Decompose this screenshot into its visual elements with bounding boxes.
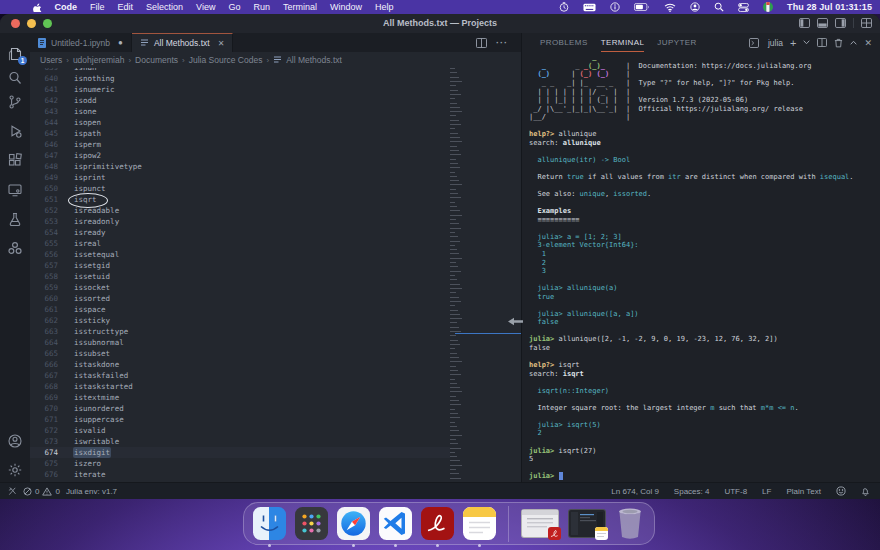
terminal-shell-label[interactable]: julia [768, 38, 783, 48]
toggle-panel-icon[interactable] [817, 18, 828, 28]
menu-run[interactable]: Run [247, 2, 277, 12]
input-flag-icon[interactable] [763, 2, 773, 12]
menu-window[interactable]: Window [323, 2, 368, 12]
code-line-673[interactable]: 673iswritable [30, 436, 450, 447]
code-line-644[interactable]: 644isopen [30, 117, 450, 128]
code-line-657[interactable]: 657issetgid [30, 260, 450, 271]
maximize-panel-icon[interactable] [850, 40, 857, 45]
breadcrumb-item[interactable]: Julia Source Codes [189, 55, 263, 65]
status-eol[interactable]: LF [762, 487, 771, 496]
breadcrumb-item[interactable]: Users [40, 55, 62, 65]
status-indentation[interactable]: Spaces: 4 [674, 487, 710, 496]
code-line-654[interactable]: 654isready [30, 227, 450, 238]
minimized-pdf-window[interactable] [521, 509, 559, 538]
code-line-671[interactable]: 671isuppercase [30, 414, 450, 425]
more-actions-icon[interactable]: ··· [496, 38, 508, 48]
code-line-660[interactable]: 660issorted [30, 293, 450, 304]
code-line-643[interactable]: 643isone [30, 106, 450, 117]
toggle-secondary-sidebar-icon[interactable] [835, 18, 846, 28]
code-line-674[interactable]: 674isxdigit [30, 447, 450, 458]
menu-selection[interactable]: Selection [140, 2, 190, 12]
split-editor-icon[interactable] [476, 38, 487, 48]
code-line-661[interactable]: 661isspace [30, 304, 450, 315]
title-bar[interactable]: All Methods.txt — Projects [0, 14, 880, 34]
code-line-670[interactable]: 670isunordered [30, 403, 450, 414]
code-line-648[interactable]: 648isprimitivetype [30, 161, 450, 172]
minimized-code-window[interactable] [568, 509, 606, 538]
status-language-mode[interactable]: Plain Text [786, 487, 821, 496]
dock-launchpad-icon[interactable] [295, 507, 328, 540]
control-center-icon[interactable] [738, 3, 749, 12]
code-line-645[interactable]: 645ispath [30, 128, 450, 139]
feedback-icon[interactable] [836, 486, 846, 496]
code-line-646[interactable]: 646isperm [30, 139, 450, 150]
panel-tab-problems[interactable]: PROBLEMS [540, 33, 588, 52]
code-line-672[interactable]: 672isvalid [30, 425, 450, 436]
testing-icon[interactable] [7, 211, 23, 227]
run-debug-icon[interactable] [7, 123, 23, 139]
status-encoding[interactable]: UTF-8 [724, 487, 747, 496]
code-line-640[interactable]: 640isnothing [30, 73, 450, 84]
apple-menu-icon[interactable] [33, 2, 42, 12]
search-icon[interactable] [7, 70, 23, 86]
code-line-653[interactable]: 653isreadonly [30, 216, 450, 227]
clock-icon[interactable] [559, 2, 569, 12]
code-line-663[interactable]: 663isstructtype [30, 326, 450, 337]
menu-app-name[interactable]: Code [48, 2, 84, 12]
info-icon[interactable] [610, 2, 620, 12]
collapse-panel-arrow-icon[interactable] [508, 317, 523, 326]
menu-edit[interactable]: Edit [111, 2, 140, 12]
code-line-650[interactable]: 650ispunct [30, 183, 450, 194]
user-icon[interactable] [690, 2, 700, 12]
breadcrumb-item[interactable]: Documents [135, 55, 178, 65]
editor-pane[interactable]: Users›udohjeremiah›Documents›Julia Sourc… [30, 52, 521, 483]
code-line-656[interactable]: 656issetequal [30, 249, 450, 260]
menu-go[interactable]: Go [222, 2, 247, 12]
keyboard-icon[interactable] [583, 3, 596, 12]
source-control-icon[interactable] [7, 94, 23, 110]
dock-trash-icon[interactable] [615, 507, 645, 540]
dock-safari-icon[interactable] [337, 507, 370, 540]
dock-finder-icon[interactable] [253, 507, 286, 540]
code-line-668[interactable]: 668istaskstarted [30, 381, 450, 392]
kill-terminal-icon[interactable] [834, 38, 843, 48]
code-line-655[interactable]: 655isreal [30, 238, 450, 249]
code-line-664[interactable]: 664issubnormal [30, 337, 450, 348]
dock-vscode-icon[interactable] [379, 507, 412, 540]
terminal-output[interactable]: _ _ _ _(_)_ | Documentation: https://doc… [529, 53, 878, 483]
battery-icon[interactable] [634, 3, 650, 11]
account-icon[interactable] [7, 433, 23, 449]
status-cursor-position[interactable]: Ln 674, Col 9 [611, 487, 659, 496]
julia-icon[interactable] [7, 240, 23, 256]
code-line-659[interactable]: 659issocket [30, 282, 450, 293]
code-line-662[interactable]: 662issticky [30, 315, 450, 326]
code-line-676[interactable]: 676iterate [30, 469, 450, 480]
code-line-658[interactable]: 658issetuid [30, 271, 450, 282]
terminal-dropdown-icon[interactable] [803, 40, 810, 45]
remote-explorer-icon[interactable] [7, 182, 23, 198]
julia-env-status[interactable]: Julia env: v1.7 [66, 487, 117, 496]
menu-clock[interactable]: Thu 28 Jul 01:31:15 [787, 2, 872, 12]
code-line-669[interactable]: 669istextmime [30, 392, 450, 403]
customize-layout-icon[interactable] [861, 18, 872, 28]
code-line-649[interactable]: 649isprint [30, 172, 450, 183]
panel-divider[interactable] [521, 33, 522, 483]
panel-tab-terminal[interactable]: TERMINAL [601, 33, 645, 52]
split-terminal-icon[interactable] [817, 38, 827, 47]
panel-tab-jupyter[interactable]: JUPYTER [657, 33, 696, 52]
code-line-651[interactable]: 651isqrt [30, 194, 450, 205]
code-line-667[interactable]: 667istaskfailed [30, 370, 450, 381]
code-line-642[interactable]: 642isodd [30, 95, 450, 106]
breadcrumb[interactable]: Users›udohjeremiah›Documents›Julia Sourc… [30, 52, 521, 68]
dock-notes-icon[interactable] [463, 507, 496, 540]
new-terminal-icon[interactable]: + [790, 37, 796, 49]
menu-terminal[interactable]: Terminal [276, 2, 323, 12]
menu-help[interactable]: Help [368, 2, 400, 12]
minimap[interactable] [450, 68, 463, 483]
menu-file[interactable]: File [84, 2, 112, 12]
remote-indicator-icon[interactable] [8, 486, 17, 496]
code-line-665[interactable]: 665issubset [30, 348, 450, 359]
menu-view[interactable]: View [190, 2, 222, 12]
dock-acrobat-icon[interactable] [421, 507, 454, 540]
code-line-675[interactable]: 675iszero [30, 458, 450, 469]
